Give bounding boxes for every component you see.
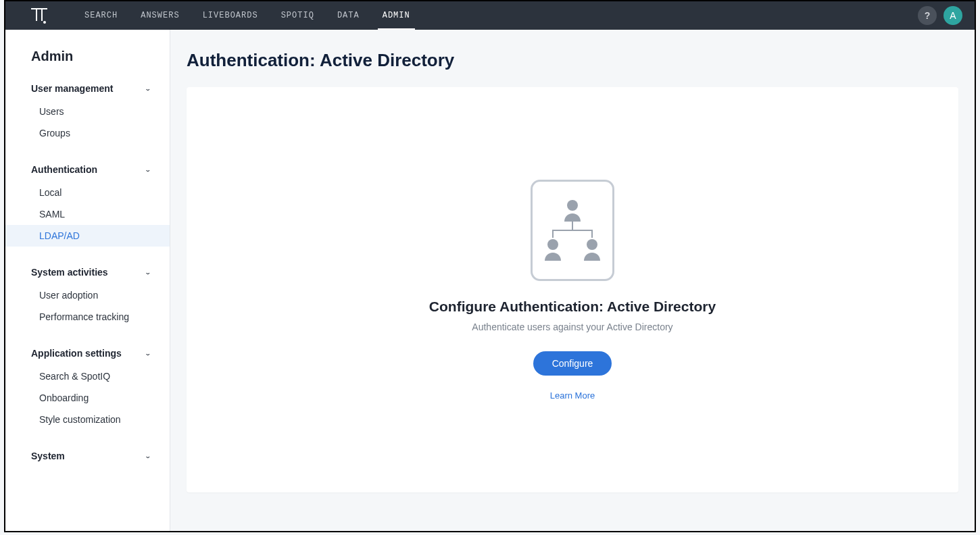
sidebar-section-label: User management: [31, 83, 113, 94]
sidebar-item-performance-tracking[interactable]: Performance tracking: [5, 306, 170, 328]
sidebar-item-search-spotiq[interactable]: Search & SpotIQ: [5, 365, 170, 387]
sidebar-section-label: System: [31, 451, 65, 461]
brand-logo[interactable]: [5, 1, 73, 30]
sidebar-section-items: Local SAML LDAP/AD: [5, 182, 170, 251]
main-content: Authentication: Active Directory: [170, 30, 975, 531]
app-frame: SEARCH ANSWERS LIVEBOARDS SPOTIQ DATA AD…: [4, 0, 976, 532]
svg-point-10: [587, 239, 597, 250]
sidebar-item-users[interactable]: Users: [5, 101, 170, 122]
learn-more-link[interactable]: Learn More: [550, 390, 595, 401]
nav-item-spotiq[interactable]: SPOTIQ: [270, 1, 326, 30]
svg-point-4: [567, 200, 578, 211]
chevron-down-icon: ⌄: [145, 166, 151, 172]
chevron-down-icon: ⌄: [145, 350, 151, 356]
thoughtspot-logo-icon: [30, 6, 49, 25]
nav-item-answers[interactable]: ANSWERS: [129, 1, 191, 30]
body-area: Admin User management ⌄ Users Groups Aut…: [5, 30, 975, 531]
page-title: Authentication: Active Directory: [187, 50, 958, 71]
sidebar-section-system[interactable]: System ⌄: [5, 444, 170, 468]
sidebar-section-label: Application settings: [31, 348, 122, 359]
nav-item-data[interactable]: DATA: [326, 1, 371, 30]
svg-rect-7: [552, 230, 554, 238]
help-button[interactable]: ?: [918, 6, 937, 25]
sidebar-title: Admin: [5, 49, 170, 76]
sidebar-section-label: Authentication: [31, 164, 97, 175]
svg-point-3: [43, 21, 46, 24]
sidebar-section-user-management[interactable]: User management ⌄: [5, 76, 170, 101]
user-avatar[interactable]: A: [944, 6, 962, 25]
sidebar-item-groups[interactable]: Groups: [5, 122, 170, 144]
hero-illustration: [531, 180, 614, 281]
nav-item-search[interactable]: SEARCH: [73, 1, 129, 30]
chevron-down-icon: ⌄: [145, 453, 151, 459]
sidebar-section-system-activities[interactable]: System activities ⌄: [5, 260, 170, 284]
chevron-down-icon: ⌄: [145, 85, 151, 91]
hero-title: Configure Authentication: Active Directo…: [429, 299, 716, 315]
help-icon: ?: [925, 10, 931, 21]
sidebar-section-application-settings[interactable]: Application settings ⌄: [5, 341, 170, 365]
nav-item-liveboards[interactable]: LIVEBOARDS: [191, 1, 270, 30]
sidebar-section-items: Users Groups: [5, 101, 170, 148]
svg-rect-8: [591, 230, 593, 238]
sidebar-item-onboarding[interactable]: Onboarding: [5, 387, 170, 409]
content-card: Configure Authentication: Active Directo…: [187, 87, 958, 492]
svg-rect-5: [572, 222, 573, 230]
sidebar-item-ldap-ad[interactable]: LDAP/AD: [5, 225, 170, 247]
nav-item-admin[interactable]: ADMIN: [371, 1, 422, 30]
sidebar-section-label: System activities: [31, 267, 108, 278]
chevron-down-icon: ⌄: [145, 269, 151, 275]
sidebar-section-items: User adoption Performance tracking: [5, 284, 170, 332]
directory-hierarchy-icon: [541, 193, 604, 268]
sidebar-item-style-customization[interactable]: Style customization: [5, 409, 170, 430]
sidebar-item-user-adoption[interactable]: User adoption: [5, 284, 170, 306]
svg-point-9: [547, 239, 558, 250]
avatar-initial: A: [950, 10, 956, 21]
svg-rect-6: [552, 230, 593, 231]
sidebar-section-items: Search & SpotIQ Onboarding Style customi…: [5, 365, 170, 434]
top-nav: SEARCH ANSWERS LIVEBOARDS SPOTIQ DATA AD…: [5, 1, 975, 30]
hero-subtitle: Authenticate users against your Active D…: [472, 322, 672, 332]
nav-items: SEARCH ANSWERS LIVEBOARDS SPOTIQ DATA AD…: [73, 1, 422, 30]
sidebar-item-local[interactable]: Local: [5, 182, 170, 203]
admin-sidebar: Admin User management ⌄ Users Groups Aut…: [5, 30, 170, 531]
sidebar-section-authentication[interactable]: Authentication ⌄: [5, 157, 170, 182]
sidebar-item-saml[interactable]: SAML: [5, 203, 170, 225]
configure-button[interactable]: Configure: [533, 351, 612, 376]
